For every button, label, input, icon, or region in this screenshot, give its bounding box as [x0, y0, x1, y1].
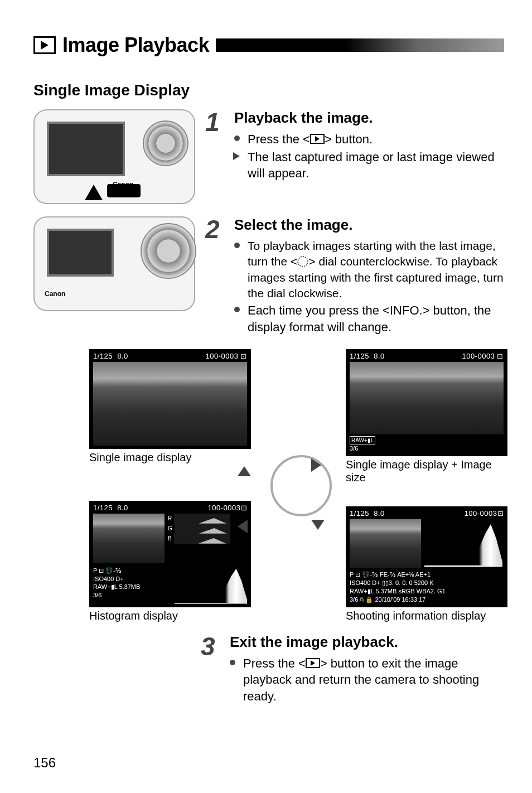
step-3-title: Exit the image playback. — [230, 634, 504, 651]
step-1-row: Canon 1 Playback the image. Press the <>… — [33, 109, 504, 204]
cycle-arrow-icon — [238, 466, 251, 476]
playback-button-icon — [310, 134, 325, 144]
bullet-dot-icon — [234, 243, 240, 248]
step-2-title: Select the image. — [234, 216, 504, 234]
title-bar — [216, 38, 504, 52]
histogram-display-example: 1/125 8.0 100-0003⊡ R G B P ⊡ 💱-⅔ ISO400… — [89, 501, 257, 622]
playback-icon — [33, 36, 56, 54]
step-1-bullet-2: The last captured image or last image vi… — [245, 149, 504, 182]
page-title: Image Playback — [62, 33, 209, 57]
result-arrow-icon — [233, 152, 240, 160]
bullet-dot-icon — [234, 136, 240, 141]
cycle-arrow-icon — [238, 520, 248, 533]
step-number-3: 3 — [201, 634, 220, 706]
svg-marker-0 — [41, 41, 49, 50]
caption: Single image display — [89, 451, 257, 464]
indicator-arrow-icon — [85, 185, 103, 200]
cycle-arrow-icon — [311, 520, 325, 530]
camera-illustration-1: Canon — [33, 109, 195, 204]
step-2-bullet-1: To playback images starting with the las… — [245, 238, 504, 301]
step-number-1: 1 — [205, 109, 224, 204]
section-heading: Single Image Display — [33, 81, 504, 99]
cycle-arrow-icon — [311, 458, 321, 472]
bullet-dot-icon — [230, 660, 235, 665]
step-2-body: Select the image. To playback images sta… — [234, 216, 504, 337]
shooting-info-display-example: 1/125 8.0 100-0003⊡ P ⊡ 💱-⅔ FE-⅔ AE+⅛ AE… — [346, 506, 513, 622]
step-3-bullet-1: Press the <> button to exit the image pl… — [241, 655, 504, 705]
step-number-2: 2 — [205, 216, 224, 337]
step-2-row: Canon 2 Select the image. To playback im… — [33, 216, 504, 337]
camera-brand: Canon — [45, 290, 65, 298]
step-3-body: Exit the image playback. Press the <> bu… — [230, 634, 504, 706]
page-number: 156 — [33, 755, 56, 771]
single-image-display-example: 1/125 8.0 100-0003 ⊡ Single image displa… — [89, 349, 257, 464]
playback-button-icon — [306, 658, 320, 668]
single-image-size-display-example: 1/125 8.0 100-0003 ⊡ RAW+▮L 3/6 Single i… — [346, 349, 513, 484]
caption: Single image display + Image size — [346, 458, 513, 484]
step-1-bullet-1: Press the <> button. — [245, 131, 504, 148]
caption: Histogram display — [89, 610, 257, 622]
caption: Shooting information display — [346, 610, 513, 622]
step-3-row: 3 Exit the image playback. Press the <> … — [201, 634, 504, 706]
camera-illustration-2: Canon — [33, 216, 195, 311]
bullet-dot-icon — [234, 307, 240, 312]
page-header: Image Playback — [33, 33, 504, 57]
quick-control-dial-icon — [297, 256, 308, 267]
step-2-bullet-2: Each time you press the <INFO.> button, … — [245, 302, 504, 335]
cycle-indicator-circle — [270, 455, 332, 516]
step-1-body: Playback the image. Press the <> button.… — [234, 109, 504, 204]
step-1-title: Playback the image. — [234, 109, 504, 127]
display-format-cycle: 1/125 8.0 100-0003 ⊡ Single image displa… — [89, 349, 513, 622]
